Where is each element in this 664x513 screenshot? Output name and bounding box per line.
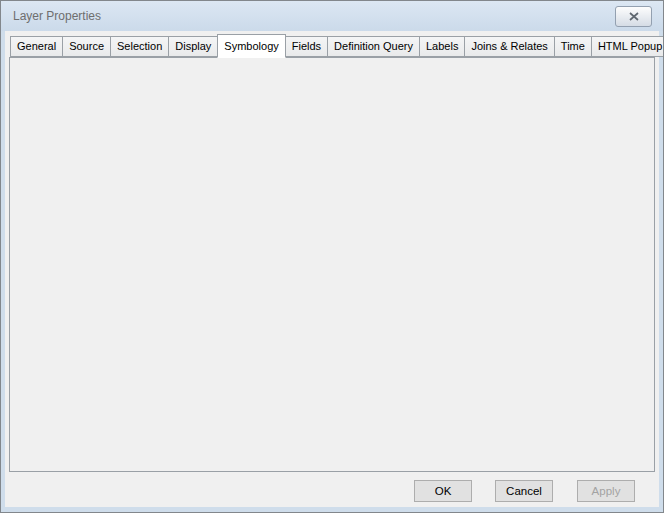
close-icon — [629, 12, 639, 21]
ok-button[interactable]: OK — [414, 480, 472, 502]
tab-definition-query[interactable]: Definition Query — [327, 36, 420, 57]
tab-source[interactable]: Source — [62, 36, 111, 57]
title-bar[interactable]: Layer Properties — [1, 1, 663, 31]
tab-time[interactable]: Time — [554, 36, 592, 57]
tab-symbology[interactable]: Symbology — [217, 34, 285, 58]
symbology-tab-panel — [9, 57, 655, 472]
tab-joins-relates[interactable]: Joins & Relates — [464, 36, 554, 57]
apply-button[interactable]: Apply — [577, 480, 635, 502]
cancel-button[interactable]: Cancel — [495, 480, 553, 502]
tab-labels[interactable]: Labels — [419, 36, 465, 57]
close-button[interactable] — [615, 6, 652, 27]
layer-properties-dialog: Layer Properties General Source Selectio… — [0, 0, 664, 513]
tab-fields[interactable]: Fields — [285, 36, 328, 57]
window-title: Layer Properties — [13, 9, 101, 23]
dialog-body: General Source Selection Display Symbolo… — [5, 31, 659, 507]
tab-strip: General Source Selection Display Symbolo… — [10, 35, 664, 58]
tab-selection[interactable]: Selection — [110, 36, 169, 57]
tab-display[interactable]: Display — [168, 36, 218, 57]
tab-general[interactable]: General — [10, 36, 63, 57]
tab-html-popup[interactable]: HTML Popup — [591, 36, 664, 57]
